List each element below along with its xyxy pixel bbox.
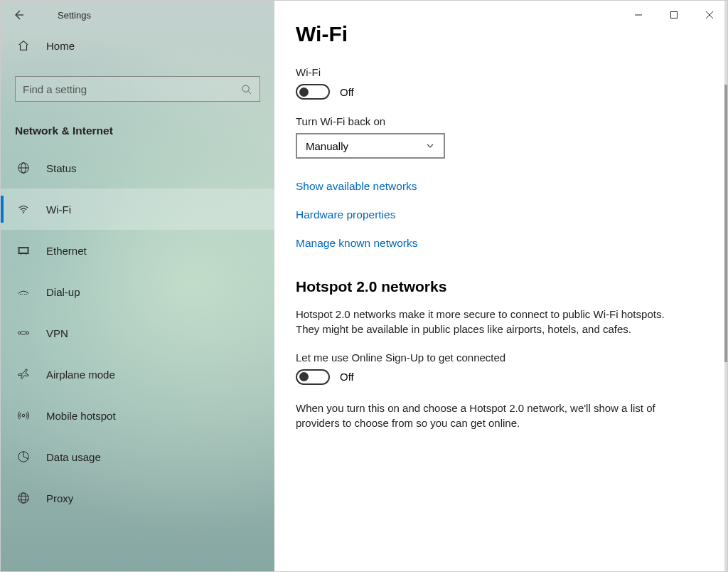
minimize-icon [634,11,643,19]
minimize-button[interactable] [621,1,656,29]
svg-point-20 [26,332,29,334]
sidebar-item-label: Status [46,162,77,174]
sidebar-nav-list: Status Wi-Fi Ethernet [1,147,274,519]
hotspot-icon [16,409,31,422]
window-title: Settings [58,10,91,21]
sidebar-item-wifi[interactable]: Wi-Fi [1,189,274,230]
ethernet-icon [16,244,31,257]
sidebar-item-label: Ethernet [46,245,87,257]
select-value: Manually [306,140,348,152]
sidebar: Home Network & Internet Status [1,1,274,571]
sidebar-item-dialup[interactable]: Dial-up [1,271,274,312]
signup-toggle[interactable] [296,369,330,385]
svg-line-6 [248,91,251,94]
sidebar-item-airplane[interactable]: Airplane mode [1,354,274,395]
svg-point-21 [22,414,25,417]
svg-point-5 [242,85,248,91]
proxy-icon [16,492,31,504]
wifi-icon [16,203,31,216]
scrollbar-thumb[interactable] [724,85,727,362]
sidebar-item-status[interactable]: Status [1,147,274,189]
maximize-button[interactable] [656,1,692,29]
svg-point-18 [26,294,27,295]
search-icon [240,84,252,95]
window-body: Home Network & Internet Status [1,1,727,571]
home-icon [16,39,31,52]
sidebar-item-label: Airplane mode [46,369,115,381]
settings-window: Settings Home [0,0,728,572]
svg-point-15 [20,294,21,295]
svg-point-17 [24,294,25,295]
sidebar-category-title: Network & Internet [1,102,274,147]
sidebar-item-label: Wi-Fi [46,203,71,216]
vpn-icon [16,327,31,339]
wifi-toggle[interactable] [296,84,330,100]
hotspot-description: Hotspot 2.0 networks make it more secure… [296,307,680,337]
turn-back-on-label: Turn Wi-Fi back on [296,115,706,127]
svg-rect-2 [671,12,678,18]
hotspot-heading: Hotspot 2.0 networks [296,278,706,295]
svg-point-10 [23,212,24,213]
sidebar-item-label: VPN [46,327,68,339]
sidebar-item-label: Proxy [46,492,73,504]
sidebar-item-proxy[interactable]: Proxy [1,477,274,519]
pie-chart-icon [16,450,31,463]
sidebar-item-label: Mobile hotspot [46,410,116,422]
maximize-icon [670,11,678,19]
sidebar-item-hotspot[interactable]: Mobile hotspot [1,395,274,436]
svg-rect-12 [19,248,28,253]
search-input[interactable] [23,83,240,95]
toggle-knob [299,88,309,97]
wifi-toggle-state: Off [340,86,354,98]
close-icon [705,11,714,19]
turn-back-on-select[interactable]: Manually [296,133,445,159]
svg-point-19 [18,332,21,334]
sidebar-item-label: Dial-up [46,286,80,298]
sidebar-item-vpn[interactable]: VPN [1,312,274,354]
close-button[interactable] [692,1,727,29]
wifi-toggle-label: Wi-Fi [296,66,706,78]
link-hardware-properties[interactable]: Hardware properties [296,208,706,221]
scrollbar[interactable] [724,1,727,571]
airplane-icon [16,368,31,381]
svg-point-16 [21,294,22,295]
toggle-knob [299,372,309,381]
link-manage-known[interactable]: Manage known networks [296,237,706,250]
sidebar-item-datausage[interactable]: Data usage [1,436,274,477]
search-box[interactable] [15,76,260,102]
home-nav[interactable]: Home [1,29,274,62]
svg-point-23 [18,493,28,503]
content-pane: Wi-Fi Wi-Fi Off Turn Wi-Fi back on Manua… [274,1,727,571]
link-show-networks[interactable]: Show available networks [296,180,706,193]
globe-icon [16,161,31,174]
signup-toggle-state: Off [340,371,354,383]
chevron-down-icon [425,141,435,151]
sidebar-item-label: Data usage [46,451,101,463]
arrow-left-icon [13,9,24,21]
signup-toggle-label: Let me use Online Sign-Up to get connect… [296,351,706,364]
home-label: Home [46,40,75,52]
back-button[interactable] [1,1,36,29]
dialup-icon [16,285,31,298]
sidebar-item-ethernet[interactable]: Ethernet [1,230,274,271]
signup-note: When you turn this on and choose a Hotsp… [296,401,680,431]
svg-point-24 [21,493,26,503]
titlebar: Settings [1,1,727,29]
